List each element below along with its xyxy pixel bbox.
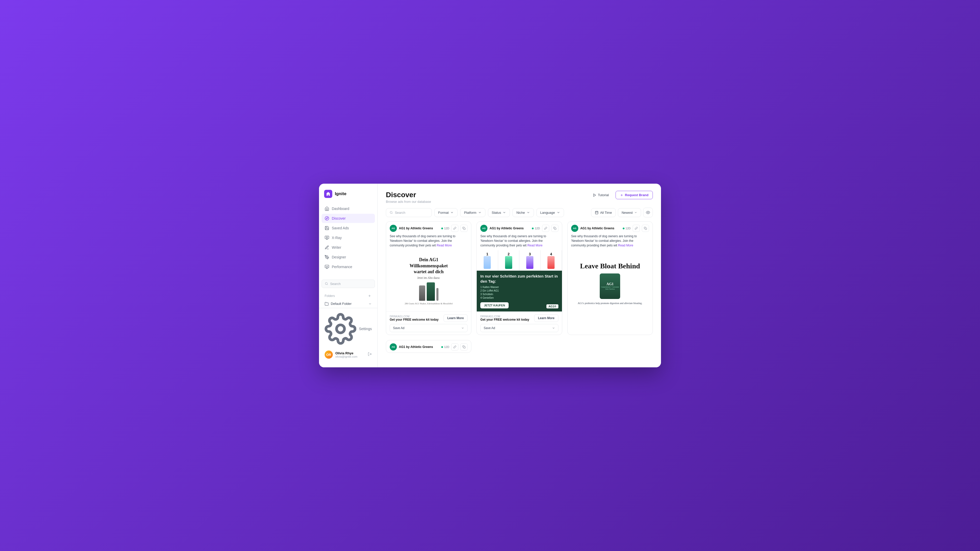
folders-label: Folders <box>325 294 335 298</box>
age-badge-1: 12D <box>441 227 449 230</box>
sidebar-item-performance[interactable]: Performance <box>321 262 375 272</box>
gear-icon <box>325 313 356 345</box>
svg-marker-1 <box>326 218 328 219</box>
steps-row: 1 2 3 4 <box>477 250 562 271</box>
cta-domain-1: DRINKAG1.COM <box>390 315 438 318</box>
card-footer-2: DRINKAG1.COM Get your FREE welcome kit t… <box>477 311 562 335</box>
status-filter[interactable]: Status <box>488 208 510 217</box>
tutorial-label: Tutorial <box>598 193 609 197</box>
add-folder-button[interactable]: + <box>367 294 372 298</box>
save-ad-button-1[interactable]: Save Ad <box>390 324 468 332</box>
sidebar-search[interactable] <box>321 279 375 288</box>
age-text-3: 12D <box>625 227 631 230</box>
ad-card-1: AG AG1 by Athletic Greens 12D <box>386 221 471 335</box>
search-icon <box>390 211 393 214</box>
svg-point-17 <box>648 212 649 213</box>
brand-name-2: AG1 by Athletic Greens <box>490 227 524 230</box>
save-ad-button-2[interactable]: Save Ad <box>480 324 558 332</box>
sort-button[interactable]: Newest <box>618 208 641 217</box>
sidebar-item-dashboard[interactable]: Dashboard <box>321 204 375 213</box>
format-filter[interactable]: Format <box>434 208 458 217</box>
copy-link-button-2[interactable] <box>542 225 549 232</box>
read-more-1[interactable]: Read More <box>437 244 452 247</box>
chevron-down-icon <box>478 211 482 214</box>
cta-domain-2: DRINKAG1.COM <box>480 315 529 318</box>
active-dot-2 <box>532 227 534 229</box>
ad-caption-1: 286 Gratis AG1 Shaker, Edelstahldose & M… <box>405 302 453 305</box>
settings-label: Settings <box>359 327 372 331</box>
copy-link-button-4[interactable] <box>451 343 458 351</box>
search-input[interactable] <box>395 211 428 214</box>
read-more-3[interactable]: Read More <box>618 244 633 247</box>
card2-content: In nur vier Schritten zum perfekten Star… <box>480 274 558 300</box>
card-header-4: AG AG1 by Athletic Greens 12D <box>386 340 471 353</box>
time-filter[interactable]: All Time <box>591 208 616 217</box>
list-item-4: 4 Genießen <box>480 297 558 299</box>
sort-label: Newest <box>622 211 633 214</box>
sidebar-item-saved-ads[interactable]: Saved Ads <box>321 224 375 233</box>
brand-name-4: AG1 by Athletic Greens <box>399 345 433 349</box>
logout-button[interactable] <box>368 352 372 357</box>
user-email: olivia@ignite.com <box>335 355 365 358</box>
copy-button-4[interactable] <box>460 343 468 351</box>
card-meta-2: 12D <box>532 225 558 232</box>
status-label: Status <box>492 211 501 214</box>
svg-point-6 <box>325 283 328 284</box>
sidebar-item-discover[interactable]: Discover <box>321 214 375 223</box>
buy-button-2[interactable]: JETZT KAUFEN <box>480 302 509 308</box>
sidebar-item-label: Discover <box>332 216 345 221</box>
sidebar-search-input[interactable] <box>330 282 372 286</box>
request-brand-label: Request Brand <box>625 193 649 197</box>
sidebar-item-label: Designer <box>332 255 346 259</box>
sidebar-item-writer[interactable]: Writer <box>321 243 375 252</box>
svg-rect-18 <box>464 228 466 230</box>
chevron-down-icon <box>368 302 372 306</box>
copy-button-2[interactable] <box>551 225 558 232</box>
copy-link-button-3[interactable] <box>633 225 640 232</box>
list-item-1: 1 Kaltes Wasser <box>480 286 558 289</box>
card-description-1: See why thousands of dog owners are turn… <box>386 234 471 250</box>
sidebar-item-label: Performance <box>332 265 352 269</box>
learn-more-button-1[interactable]: Learn More <box>444 314 468 322</box>
svg-point-3 <box>326 237 328 238</box>
user-profile[interactable]: OR Olivia Rhye olivia@ignite.com <box>321 348 375 361</box>
cta-info-1: DRINKAG1.COM Get your FREE welcome kit t… <box>390 315 438 321</box>
play-icon <box>593 193 597 197</box>
request-brand-button[interactable]: Request Brand <box>616 191 653 199</box>
copy-button-1[interactable] <box>460 225 468 232</box>
logout-icon <box>368 352 372 356</box>
brand-avatar-1: AG <box>390 225 397 232</box>
card2-bottom: JETZT KAUFEN AG1® <box>480 302 558 308</box>
brand-name-3: AG1 by Athletic Greens <box>580 227 614 230</box>
folder-item-default[interactable]: Default Folder <box>321 300 375 308</box>
card-meta-3: 12D <box>623 225 649 232</box>
niche-filter[interactable]: Niche <box>512 208 534 217</box>
shake-icon <box>526 256 533 269</box>
save-ad-label-1: Save Ad <box>393 326 404 330</box>
svg-rect-19 <box>554 228 556 230</box>
card2-text-block: In nur vier Schritten zum perfekten Star… <box>477 271 562 311</box>
sidebar-item-designer[interactable]: Designer <box>321 252 375 262</box>
learn-more-button-2[interactable]: Learn More <box>534 314 558 322</box>
copy-link-button-1[interactable] <box>451 225 458 232</box>
view-toggle[interactable] <box>643 208 653 218</box>
save-ad-label-2: Save Ad <box>484 326 495 330</box>
chevron-down-icon <box>634 211 637 214</box>
link-icon <box>453 227 456 230</box>
bottle-green-1 <box>427 283 435 301</box>
search-wrap[interactable] <box>386 208 432 217</box>
brand-avatar-4: AG <box>390 343 397 351</box>
search-icon <box>325 282 328 286</box>
read-more-2[interactable]: Read More <box>527 244 542 247</box>
age-text-1: 12D <box>444 227 449 230</box>
language-filter[interactable]: Language <box>536 208 564 217</box>
platform-filter[interactable]: Platform <box>460 208 485 217</box>
cta-text-1: Get your FREE welcome kit today <box>390 318 438 321</box>
sidebar-item-xray[interactable]: X-Ray <box>321 233 375 242</box>
sidebar-item-settings[interactable]: Settings <box>321 311 375 347</box>
tutorial-button[interactable]: Tutorial <box>589 191 613 199</box>
copy-button-3[interactable] <box>642 225 649 232</box>
sidebar-item-label: X-Ray <box>332 236 342 240</box>
chevron-down-icon <box>527 211 530 214</box>
cta-info-2: DRINKAG1.COM Get your FREE welcome kit t… <box>480 315 529 321</box>
